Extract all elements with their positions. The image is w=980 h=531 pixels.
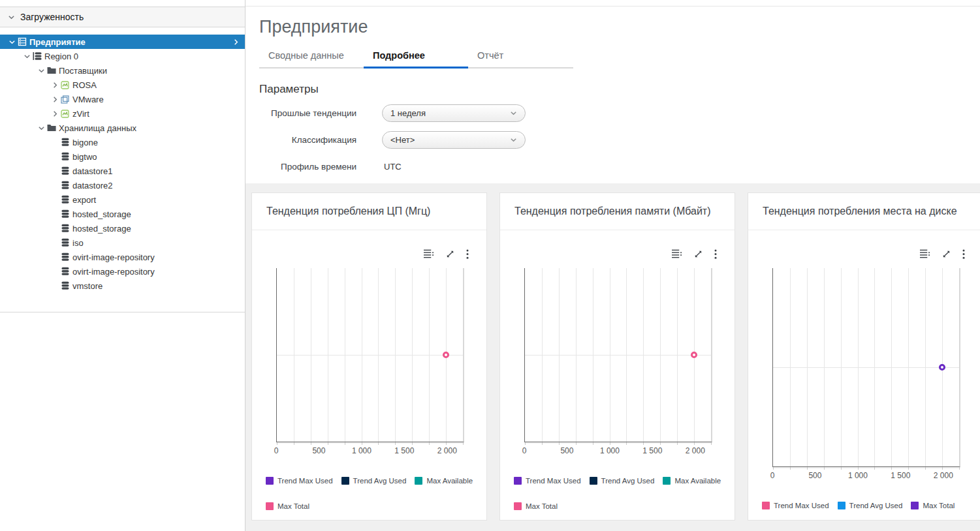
tree-item-rosa[interactable]: ROSA [0,78,245,92]
legend-swatch [838,502,846,509]
legend-item-max-available[interactable]: Max Available [663,477,721,485]
tree-item-region-0[interactable]: Region 0 [0,49,245,63]
ovirt-provider-icon [60,110,70,118]
x-axis-tick-label: 2 000 [934,471,953,480]
capacity-section-header[interactable]: Загруженность [0,7,245,27]
datastore-icon [60,138,70,147]
data-point-max-total[interactable] [691,352,697,358]
tab-отчёт[interactable]: Отчёт [468,50,573,67]
chart-legend: Trend Max UsedTrend Avg UsedMax Availabl… [266,477,482,510]
chevron-down-icon[interactable] [7,38,17,46]
legend-label: Trend Max Used [277,477,333,485]
legend-item-trend-max-used[interactable]: Trend Max Used [514,477,581,485]
legend-item-max-total[interactable]: Max Total [514,502,558,510]
tree-item-zvirt[interactable]: zVirt [0,106,245,121]
param-value: UTC [384,162,402,172]
legend-swatch [266,477,274,485]
expand-icon[interactable] [445,249,455,259]
folder-icon [46,124,56,132]
legend-swatch [341,477,349,485]
legend-item-trend-max-used[interactable]: Trend Max Used [762,502,829,509]
legend-swatch [762,502,770,509]
legend-item-max-total[interactable]: Max Total [911,502,955,509]
chart-toolbar [500,249,735,260]
chevron-down-icon[interactable] [36,125,46,132]
data-point-max-total[interactable] [443,352,449,358]
tree-item-label: bigone [72,138,98,147]
legend-swatch [415,477,422,485]
legend-label: Trend Avg Used [353,477,407,485]
enterprise-icon [17,37,27,46]
dropdown-прошлые-тенденции[interactable]: 1 неделя [382,104,526,122]
chevron-right-icon[interactable] [50,96,60,103]
kebab-menu-icon[interactable] [466,249,469,259]
dropdown-value: 1 неделя [390,108,510,118]
tree-item-datastore1[interactable]: datastore1 [0,164,245,178]
legend-swatch [266,502,274,510]
tab-сводные-данные[interactable]: Сводные данные [259,50,364,67]
tree-item-поставщики[interactable]: Поставщики [0,63,245,78]
tree-item-label: Поставщики [59,66,107,76]
tree-item-hosted-storage[interactable]: hosted_storage [0,207,245,221]
horizontal-gridline [277,355,463,356]
tree-item-label: datastore1 [72,166,112,176]
legend-item-trend-avg-used[interactable]: Trend Avg Used [590,477,655,485]
tree-item-label: Предприятие [29,37,86,47]
tree-item-хранилища-данных[interactable]: Хранилища данных [0,121,245,135]
chevron-down-icon[interactable] [36,67,46,74]
datastore-icon [60,181,70,190]
datastore-icon [60,238,70,247]
tree-item-ovirt-image-repository[interactable]: ovirt-image-repository [0,264,245,279]
plot-area [524,268,712,442]
ovirt-provider-icon [60,81,70,89]
kebab-menu-icon[interactable] [714,249,717,259]
legend-swatch [590,477,597,485]
dropdown-value: <Нет> [390,135,510,145]
data-table-icon[interactable] [919,249,930,259]
legend-swatch [514,477,522,485]
data-point-max-total[interactable] [939,364,945,371]
datastore-icon [60,267,70,276]
legend-item-trend-avg-used[interactable]: Trend Avg Used [838,502,903,509]
tree-item-bigone[interactable]: bigone [0,135,245,149]
tree-item-vmstore[interactable]: vmstore [0,279,245,293]
tree-item-iso[interactable]: iso [0,235,245,250]
chevron-right-icon[interactable] [50,82,60,89]
plot-grid [524,268,712,442]
chevron-down-icon[interactable] [22,53,32,60]
tree-item-datastore2[interactable]: datastore2 [0,178,245,192]
expand-icon[interactable] [693,249,703,259]
sidebar: Загруженность ПредприятиеRegion 0Поставщ… [0,0,245,531]
chart-title: Тенденция потребления ЦП (Мгц) [252,193,486,230]
param-row: Прошлые тенденции1 неделя [259,104,980,122]
chevron-right-icon[interactable] [50,110,60,117]
chart-card: Тенденция потребления ЦП (Мгц)05001 0001… [251,192,487,521]
tree-item-предприятие[interactable]: Предприятие [0,35,245,49]
region-icon [32,52,42,61]
legend-label: Max Available [426,477,473,485]
legend-item-trend-avg-used[interactable]: Trend Avg Used [341,477,407,485]
kebab-menu-icon[interactable] [962,249,965,259]
tree-item-ovirt-image-repository[interactable]: ovirt-image-repository [0,250,245,264]
tree-item-bigtwo[interactable]: bigtwo [0,149,245,164]
chart-card: Тенденция потребления памяти (Мбайт)0500… [499,192,735,521]
expand-icon[interactable] [941,249,951,259]
tree-item-vmware[interactable]: VMware [0,92,245,106]
tree-item-hosted-storage[interactable]: hosted_storage [0,221,245,235]
data-table-icon[interactable] [671,249,682,259]
tree-item-label: iso [72,238,84,248]
legend-label: Trend Max Used [774,502,829,509]
chevron-down-icon [510,110,517,117]
tree-item-export[interactable]: export [0,192,245,207]
dropdown-классификация[interactable]: <Нет> [382,131,526,149]
legend-item-max-total[interactable]: Max Total [266,502,309,510]
legend-item-max-available[interactable]: Max Available [415,477,473,485]
chart-title: Тенденция потребления памяти (Мбайт) [500,193,735,230]
data-table-icon[interactable] [423,249,434,259]
tree-item-label: ROSA [72,80,97,90]
chevron-right-icon[interactable] [232,38,240,46]
tree-item-label: ovirt-image-repository [72,252,155,262]
tab-подробнее[interactable]: Подробнее [364,50,468,68]
legend-item-trend-max-used[interactable]: Trend Max Used [266,477,333,485]
plot-area [276,268,464,442]
